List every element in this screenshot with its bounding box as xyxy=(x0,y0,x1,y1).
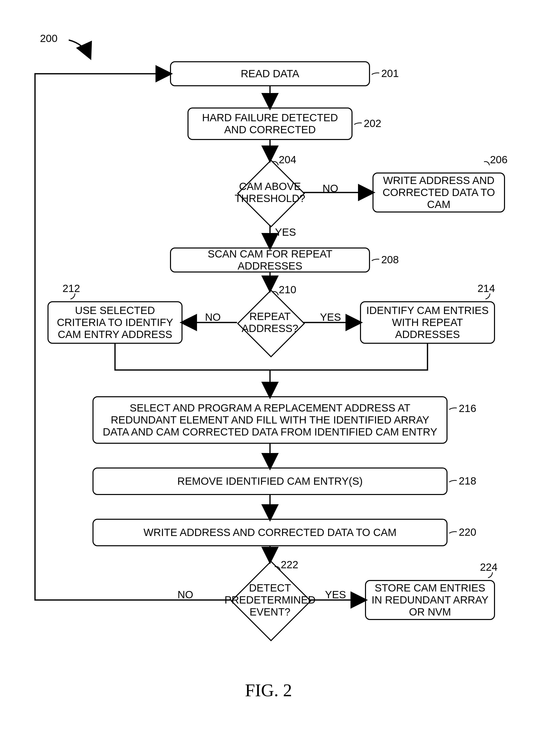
page: 200 READ DATA 201 HARD FAILURE DETECTED … xyxy=(0,0,560,736)
process-label: REMOVE IDENTIFIED CAM ENTRY(S) xyxy=(177,475,363,487)
figure-number: 200 xyxy=(40,33,57,45)
process-label: IDENTIFY CAM ENTRIES WITH REPEAT ADDRESS… xyxy=(366,305,489,341)
ref-204: 204 xyxy=(279,154,296,166)
process-label: USE SELECTED CRITERIA TO IDENTIFY CAM EN… xyxy=(53,305,177,341)
process-read-data: READ DATA xyxy=(170,61,370,86)
ref-222: 222 xyxy=(281,559,298,571)
process-remove-entries: REMOVE IDENTIFIED CAM ENTRY(S) xyxy=(93,467,447,495)
process-write-cam-206: WRITE ADDRESS AND CORRECTED DATA TO CAM xyxy=(373,173,505,213)
process-scan-cam: SCAN CAM FOR REPEAT ADDRESSES xyxy=(170,247,370,273)
edge-label-no: NO xyxy=(205,311,221,323)
process-label: READ DATA xyxy=(241,68,299,80)
edge-label-no: NO xyxy=(323,183,338,195)
edge-label-yes: YES xyxy=(320,311,341,323)
decision-cam-threshold xyxy=(237,159,305,227)
ref-218: 218 xyxy=(459,475,476,487)
ref-201: 201 xyxy=(381,67,399,79)
process-label: WRITE ADDRESS AND CORRECTED DATA TO CAM xyxy=(379,175,499,211)
process-label: WRITE ADDRESS AND CORRECTED DATA TO CAM xyxy=(143,527,397,539)
process-use-criteria: USE SELECTED CRITERIA TO IDENTIFY CAM EN… xyxy=(47,301,183,344)
figure-caption: FIG. 2 xyxy=(245,680,292,701)
ref-202: 202 xyxy=(364,117,381,129)
decision-detect-event xyxy=(231,561,311,641)
ref-208: 208 xyxy=(381,254,399,266)
ref-206: 206 xyxy=(490,154,507,166)
process-select-program: SELECT AND PROGRAM A REPLACEMENT ADDRESS… xyxy=(93,396,447,444)
ref-212: 212 xyxy=(63,283,80,295)
decision-repeat-address xyxy=(237,289,305,357)
process-label: HARD FAILURE DETECTED AND CORRECTED xyxy=(193,112,347,136)
ref-216: 216 xyxy=(459,403,476,415)
process-label: SELECT AND PROGRAM A REPLACEMENT ADDRESS… xyxy=(99,402,441,438)
process-hard-failure: HARD FAILURE DETECTED AND CORRECTED xyxy=(187,107,353,140)
ref-214: 214 xyxy=(477,283,495,295)
process-store-entries: STORE CAM ENTRIES IN REDUNDANT ARRAY OR … xyxy=(365,580,495,620)
ref-210: 210 xyxy=(279,284,296,296)
process-label: SCAN CAM FOR REPEAT ADDRESSES xyxy=(176,248,364,272)
edge-label-yes: YES xyxy=(275,226,296,238)
process-identify-entries: IDENTIFY CAM ENTRIES WITH REPEAT ADDRESS… xyxy=(360,301,495,344)
process-write-cam-220: WRITE ADDRESS AND CORRECTED DATA TO CAM xyxy=(93,519,447,546)
edge-label-yes: YES xyxy=(325,589,346,601)
ref-220: 220 xyxy=(459,526,476,538)
ref-224: 224 xyxy=(480,561,497,573)
edge-label-no: NO xyxy=(177,589,193,601)
process-label: STORE CAM ENTRIES IN REDUNDANT ARRAY OR … xyxy=(371,582,489,618)
